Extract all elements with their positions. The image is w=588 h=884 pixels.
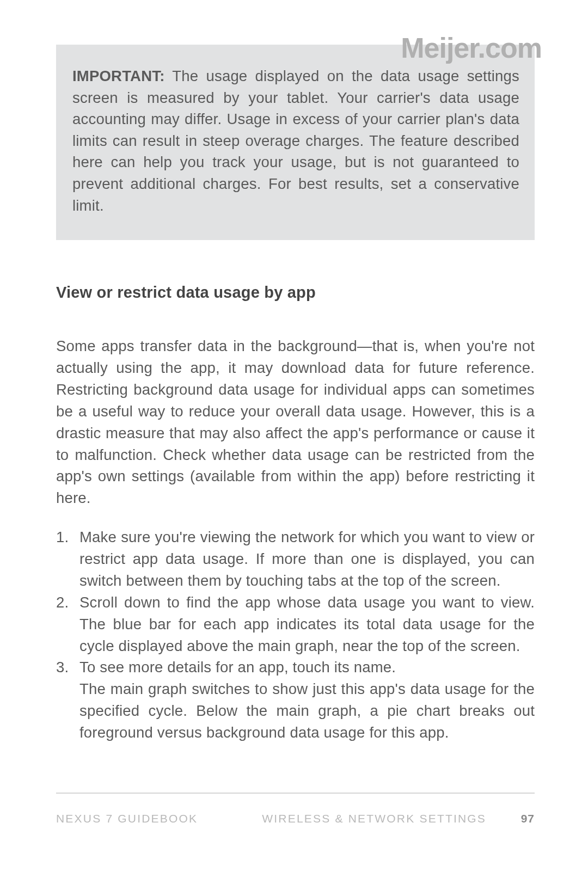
callout-label: IMPORTANT:: [72, 67, 165, 84]
steps-list: Make sure you're viewing the network for…: [56, 526, 535, 744]
page-footer: NEXUS 7 GUIDEBOOK WIRELESS & NETWORK SET…: [56, 793, 535, 825]
watermark-text: Meijer.com: [401, 32, 542, 64]
callout-paragraph: IMPORTANT: The usage displayed on the da…: [72, 65, 519, 216]
callout-body: The usage displayed on the data usage se…: [72, 67, 519, 214]
step-2: Scroll down to find the app whose data u…: [56, 592, 535, 657]
section-heading: View or restrict data usage by app: [56, 284, 535, 302]
step-3: To see more details for an app, touch it…: [56, 656, 535, 744]
footer-book-title: NEXUS 7 GUIDEBOOK: [56, 812, 198, 825]
page-content: IMPORTANT: The usage displayed on the da…: [0, 0, 588, 744]
footer-divider: [56, 793, 535, 794]
step-3-line1: To see more details for an app, touch it…: [79, 659, 396, 676]
footer-page-number: 97: [521, 812, 535, 825]
important-callout: IMPORTANT: The usage displayed on the da…: [56, 45, 535, 240]
footer-section-title: WIRELESS & NETWORK SETTINGS: [198, 812, 520, 825]
intro-paragraph: Some apps transfer data in the backgroun…: [56, 335, 535, 509]
footer-row: NEXUS 7 GUIDEBOOK WIRELESS & NETWORK SET…: [56, 812, 535, 825]
step-1: Make sure you're viewing the network for…: [56, 526, 535, 592]
step-3-line2: The main graph switches to show just thi…: [79, 678, 535, 744]
